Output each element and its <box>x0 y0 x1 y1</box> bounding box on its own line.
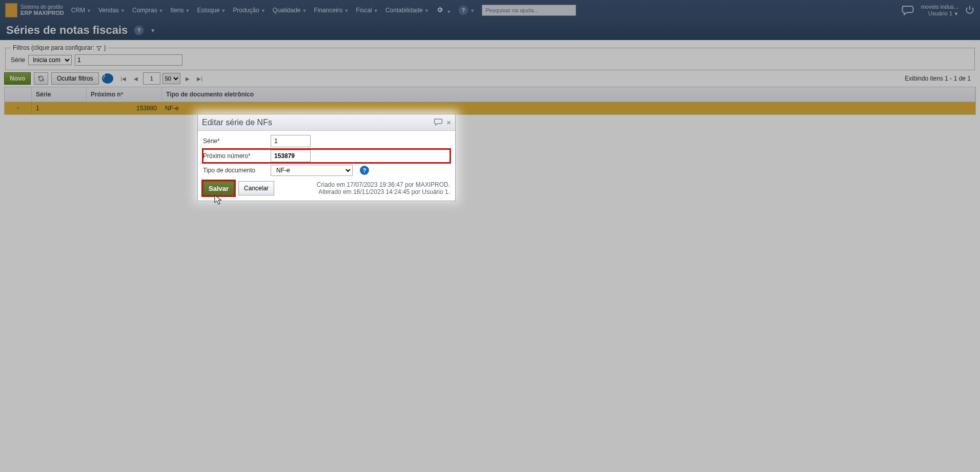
label-serie: Série* <box>203 137 271 145</box>
company-name: moveis indus... <box>921 4 958 10</box>
grid-header-serie[interactable]: Série <box>32 87 87 102</box>
table-row[interactable]: × 1 153880 NF-e <box>5 102 975 114</box>
brand-mark-icon <box>5 3 17 17</box>
filters-legend[interactable]: Filtros (clique para configurar: ) <box>11 44 108 51</box>
refresh-icon <box>37 75 45 82</box>
page-header-dropdown-icon[interactable]: ▼ <box>150 28 155 33</box>
pager: |◀ ◀ 50 ▶ ▶| <box>118 72 205 85</box>
save-highlight: Salvar <box>203 181 234 195</box>
pager-first-icon[interactable]: |◀ <box>118 72 129 85</box>
tipodoc-help-icon[interactable]: ? <box>360 166 369 175</box>
edit-serie-modal: Editar série de NFs × Série* Próximo núm… <box>197 114 456 201</box>
select-tipodoc[interactable]: NF-e <box>271 165 353 176</box>
menu-help-icon[interactable]: ?▼ <box>458 5 475 15</box>
grid-header-actions <box>5 87 32 102</box>
pager-size-select[interactable]: 50 <box>162 73 180 84</box>
meta-created: Criado em 17/07/2023 19:36:47 por MAXIPR… <box>317 181 450 188</box>
menu-crm[interactable]: CRM▼ <box>71 7 91 14</box>
new-button[interactable]: Novo <box>4 72 31 85</box>
chat-icon[interactable] <box>901 4 915 17</box>
results-count: Exibindo itens 1 - 1 de 1 <box>905 75 976 82</box>
cancel-button[interactable]: Cancelar <box>238 181 274 195</box>
filters-panel: Filtros (clique para configurar: ) Série… <box>4 44 976 70</box>
menu-financeiro[interactable]: Financeiro▼ <box>314 7 349 14</box>
brand-logo: Sistema de gestão ERP MAXIPROD <box>5 3 64 17</box>
top-right-cluster: moveis indus... Usuário 1 ▼ <box>901 4 975 17</box>
user-block[interactable]: moveis indus... Usuário 1 ▼ <box>921 4 958 17</box>
user-name: Usuário 1 <box>928 10 952 16</box>
filter-row-serie: Série Inicia com <box>11 54 969 66</box>
menu-itens[interactable]: Itens▼ <box>171 7 190 14</box>
grid-header-proximo[interactable]: Próximo nº <box>87 87 162 102</box>
pager-last-icon[interactable]: ▶| <box>195 72 205 85</box>
label-proximo: Próximo número* <box>203 152 271 160</box>
filter-label-serie: Série <box>11 56 25 64</box>
menu-qualidade[interactable]: Qualidade▼ <box>273 7 307 14</box>
pager-page-input[interactable] <box>143 72 160 85</box>
save-button[interactable]: Salvar <box>203 181 234 195</box>
pager-next-icon[interactable]: ▶ <box>182 72 193 85</box>
label-tipodoc: Tipo de documento <box>203 167 271 174</box>
logout-icon[interactable] <box>965 5 975 16</box>
hide-filters-button[interactable]: Ocultar filtros <box>51 72 99 85</box>
brand-text: Sistema de gestão ERP MAXIPROD <box>21 4 64 16</box>
menu-fiscal[interactable]: Fiscal▼ <box>356 7 378 14</box>
modal-meta: Criado em 17/07/2023 19:36:47 por MAXIPR… <box>317 181 450 195</box>
brand-line2: ERP MAXIPROD <box>21 10 64 16</box>
filter-value-input[interactable] <box>75 54 182 66</box>
row-delete-icon[interactable]: × <box>5 102 32 114</box>
page-header: Séries de notas fiscais ? ▼ <box>0 21 980 40</box>
cell-serie: 1 <box>32 102 86 114</box>
grid-header: Série Próximo nº Tipo de documento eletr… <box>5 87 975 102</box>
meta-updated: Alterado em 16/11/2023 14:24:45 por Usuá… <box>317 188 450 195</box>
modal-titlebar[interactable]: Editar série de NFs × <box>198 114 455 131</box>
modal-backdrop <box>0 0 980 472</box>
help-search-input[interactable]: Pesquisar na ajuda... <box>482 5 576 16</box>
modal-chat-icon[interactable] <box>433 117 443 127</box>
modal-footer: Salvar Cancelar Criado em 17/07/2023 19:… <box>203 178 450 195</box>
form-row-proximo: Próximo número* <box>203 149 450 163</box>
grid: Série Próximo nº Tipo de documento eletr… <box>4 87 976 115</box>
modal-body: Série* Próximo número* Tipo de documento… <box>198 131 455 201</box>
cell-tipo: NF-e <box>161 102 297 114</box>
toolbar-help-icon[interactable]: ? <box>102 73 113 84</box>
list-toolbar: Novo Ocultar filtros ? |◀ ◀ 50 ▶ ▶| Exib… <box>4 72 976 85</box>
filter-operator-select[interactable]: Inicia com <box>28 55 72 65</box>
input-serie[interactable] <box>271 135 311 147</box>
form-row-tipodoc: Tipo de documento NF-e ? <box>203 165 450 176</box>
menu-producao[interactable]: Produção▼ <box>233 7 266 14</box>
menu-estoque[interactable]: Estoque▼ <box>197 7 226 14</box>
modal-title: Editar série de NFs <box>202 118 430 127</box>
page-title: Séries de notas fiscais <box>6 24 128 37</box>
input-proximo[interactable] <box>271 150 311 162</box>
menu-gear-icon[interactable]: ▼ <box>436 6 451 15</box>
refresh-button[interactable] <box>34 72 48 85</box>
pager-prev-icon[interactable]: ◀ <box>131 72 141 85</box>
modal-close-icon[interactable]: × <box>446 118 451 127</box>
main-menu: CRM▼ Vendas▼ Compras▼ Itens▼ Estoque▼ Pr… <box>71 5 475 15</box>
form-row-serie: Série* <box>203 135 450 147</box>
page-help-icon[interactable]: ? <box>134 25 144 35</box>
menu-contabilidade[interactable]: Contabilidade▼ <box>385 7 429 14</box>
filter-icon <box>96 45 102 51</box>
grid-header-tipo[interactable]: Tipo de documento eletrônico <box>162 87 975 102</box>
menu-vendas[interactable]: Vendas▼ <box>98 7 125 14</box>
brand-line1: Sistema de gestão <box>21 4 64 10</box>
cell-proximo: 153880 <box>86 102 161 114</box>
menu-compras[interactable]: Compras▼ <box>132 7 164 14</box>
top-nav: Sistema de gestão ERP MAXIPROD CRM▼ Vend… <box>0 0 980 21</box>
